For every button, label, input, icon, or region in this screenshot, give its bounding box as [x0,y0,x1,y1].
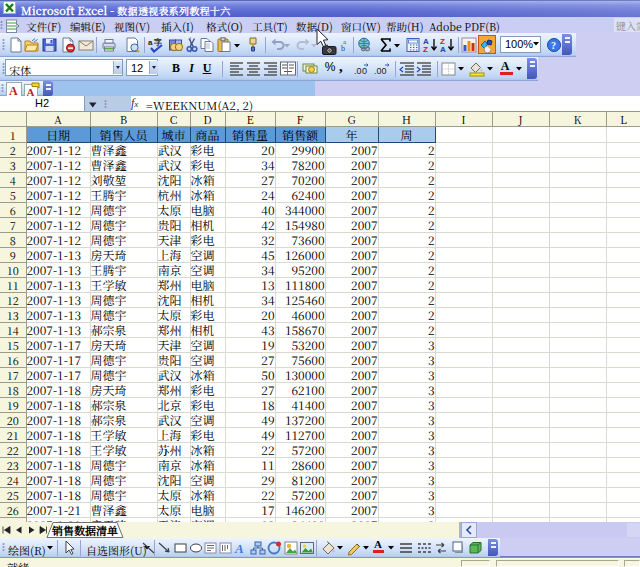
svg-text:b: b [341,44,345,53]
svg-text:a: a [148,38,153,47]
svg-text:0: 0 [362,66,367,76]
svg-text:A: A [440,45,446,53]
svg-text:.00: .00 [374,66,387,76]
svg-text:.0: .0 [354,66,362,76]
svg-text:Z: Z [423,45,428,53]
svg-text:A: A [234,541,244,556]
svg-text:?: ? [551,40,556,51]
svg-text:A: A [9,84,18,97]
svg-text:A: A [27,86,35,96]
